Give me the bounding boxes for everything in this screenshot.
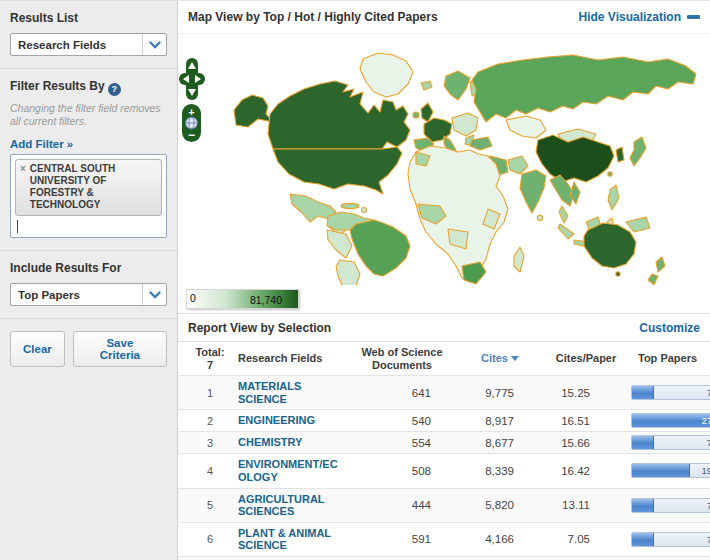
legend-gradient-bar: 0 81,740: [186, 289, 299, 309]
include-results-section: Include Results For Top Papers: [0, 251, 177, 319]
filter-results-section: Filter Results By? Changing the filter f…: [0, 69, 177, 251]
zoom-in-icon: +: [188, 106, 194, 118]
column-header-cites-per-paper: Cites/Paper: [542, 352, 630, 365]
legend-min-value: 0: [190, 292, 196, 304]
column-header-top-papers: Top Papers: [630, 352, 710, 365]
row-cites-per-paper: 16.42: [542, 465, 630, 477]
row-cites: 4,166: [458, 533, 542, 545]
report-table: Total: 7 Research Fields Web of Science …: [178, 341, 710, 560]
row-rank: 4: [190, 465, 230, 477]
row-cites-per-paper: 16.51: [542, 415, 630, 427]
hide-visualization-link[interactable]: Hide Visualization: [579, 10, 700, 24]
table-row: 0 ALL FIELDS 4,361 59,740 13.70 103: [178, 556, 710, 560]
row-docs: 641: [346, 387, 458, 399]
row-rank: 3: [190, 437, 230, 449]
table-row: 1 MATERIALS SCIENCE 641 9,775 15.25 7: [178, 375, 710, 409]
table-row: 4 ENVIRONMENT/ECOLOGY 508 8,339 16.42 19: [178, 453, 710, 487]
filter-tag: × CENTRAL SOUTH UNIVERSITY OF FORESTRY &…: [15, 159, 162, 216]
row-rank: 2: [190, 415, 230, 427]
add-filter-link[interactable]: Add Filter »: [10, 138, 73, 150]
filter-input-box[interactable]: × CENTRAL SOUTH UNIVERSITY OF FORESTRY &…: [10, 154, 167, 238]
row-field-link[interactable]: AGRICULTURAL SCIENCES: [238, 493, 342, 518]
results-list-label: Results List: [10, 11, 167, 25]
top-papers-bar-fill: [632, 414, 710, 427]
zoom-out-icon: −: [188, 128, 195, 142]
top-papers-bar-fill: [632, 499, 654, 512]
row-field-link[interactable]: CHEMISTRY: [238, 436, 342, 449]
top-papers-bar: 7: [631, 498, 710, 513]
chevron-down-icon: [142, 284, 166, 305]
total-label: Total:: [190, 346, 230, 359]
map-pan-control[interactable]: [179, 58, 205, 100]
help-icon[interactable]: ?: [108, 83, 121, 96]
chevron-down-icon: [142, 34, 166, 55]
top-papers-bar-fill: [632, 533, 654, 546]
filter-results-by-text: Filter Results By: [10, 79, 105, 93]
filter-note: Changing the filter field removes all cu…: [10, 102, 167, 128]
row-cites-per-paper: 7.05: [542, 533, 630, 545]
top-papers-bar-fill: [632, 436, 654, 449]
clear-button[interactable]: Clear: [10, 331, 65, 367]
row-field-link[interactable]: ENVIRONMENT/ECOLOGY: [238, 458, 342, 483]
row-cites-per-paper: 15.25: [542, 387, 630, 399]
row-cites: 8,677: [458, 437, 542, 449]
total-header: Total: 7: [190, 346, 230, 371]
remove-filter-icon[interactable]: ×: [20, 163, 26, 211]
row-docs: 591: [346, 533, 458, 545]
filter-sidebar: Results List Research Fields Filter Resu…: [0, 0, 178, 560]
report-table-body: 1 MATERIALS SCIENCE 641 9,775 15.25 7 2 …: [178, 375, 710, 560]
top-papers-bar: 7: [631, 385, 710, 400]
filter-results-by-label: Filter Results By?: [10, 79, 167, 96]
report-view-header: Report View by Selection Customize: [178, 314, 710, 341]
sidebar-buttons: Clear Save Criteria: [0, 319, 177, 379]
collapse-icon: [687, 15, 700, 19]
map-zoom-control[interactable]: + −: [182, 104, 201, 142]
row-cites: 5,820: [458, 499, 542, 511]
top-papers-bar: 19: [631, 463, 710, 478]
column-header-research-fields: Research Fields: [230, 352, 346, 365]
main-panel: Map View by Top / Hot / Highly Cited Pap…: [178, 0, 710, 560]
report-view-title: Report View by Selection: [188, 321, 331, 335]
top-papers-value: 19: [701, 465, 710, 476]
column-header-docs: Web of Science Documents: [346, 346, 458, 371]
row-cites: 9,775: [458, 387, 542, 399]
filter-tag-label: CENTRAL SOUTH UNIVERSITY OF FORESTRY & T…: [30, 163, 156, 211]
results-list-select[interactable]: Research Fields: [10, 33, 167, 56]
report-section: Report View by Selection Customize Total…: [178, 313, 710, 560]
map-view-title: Map View by Top / Hot / Highly Cited Pap…: [188, 10, 438, 24]
row-rank: 6: [190, 533, 230, 545]
map-legend: 0 81,740: [178, 287, 710, 313]
table-row: 5 AGRICULTURAL SCIENCES 444 5,820 13.11 …: [178, 488, 710, 522]
text-cursor: [17, 220, 18, 233]
top-papers-bar: 27: [631, 413, 710, 428]
customize-link[interactable]: Customize: [639, 321, 700, 335]
results-list-section: Results List Research Fields: [0, 1, 177, 69]
top-papers-bar-fill: [632, 386, 654, 399]
cites-sort-label: Cites: [481, 352, 508, 364]
top-papers-value: 27: [701, 415, 710, 426]
map-view-header: Map View by Top / Hot / Highly Cited Pap…: [178, 1, 710, 33]
total-value: 7: [190, 359, 230, 372]
row-docs: 554: [346, 437, 458, 449]
row-rank: 1: [190, 387, 230, 399]
row-docs: 508: [346, 465, 458, 477]
row-field-link[interactable]: PLANT & ANIMAL SCIENCE: [238, 527, 342, 552]
row-cites-per-paper: 15.66: [542, 437, 630, 449]
report-table-header-row: Total: 7 Research Fields Web of Science …: [178, 341, 710, 375]
row-docs: 444: [346, 499, 458, 511]
esi-results-page: Results List Research Fields Filter Resu…: [0, 0, 710, 560]
table-row: 2 ENGINEERING 540 8,917 16.51 27: [178, 409, 710, 431]
include-results-select[interactable]: Top Papers: [10, 283, 167, 306]
world-map-svg: + −: [178, 34, 709, 285]
save-criteria-button[interactable]: Save Criteria: [73, 331, 167, 367]
top-papers-bar: 7: [631, 532, 710, 547]
table-row: 6 PLANT & ANIMAL SCIENCE 591 4,166 7.05 …: [178, 522, 710, 556]
row-field-link[interactable]: MATERIALS SCIENCE: [238, 380, 342, 405]
column-header-cites-sort[interactable]: Cites: [458, 352, 542, 365]
world-map-visualization[interactable]: + −: [178, 33, 710, 285]
results-list-value: Research Fields: [18, 39, 106, 51]
world-map-countries: [234, 53, 696, 285]
include-results-label: Include Results For: [10, 261, 167, 275]
hide-visualization-label: Hide Visualization: [579, 10, 681, 24]
row-field-link[interactable]: ENGINEERING: [238, 414, 342, 427]
